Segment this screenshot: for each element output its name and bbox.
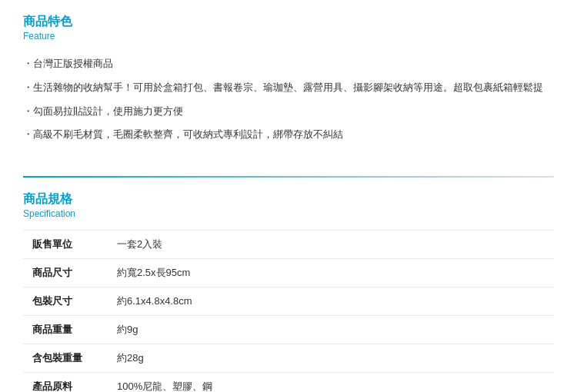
feature-item-1: 台灣正版授權商品 <box>23 52 554 76</box>
spec-label-2: 包裝尺寸 <box>23 287 108 316</box>
spec-label-4: 含包裝重量 <box>23 344 108 373</box>
spec-value-5: 100%尼龍、塑膠、鋼 產品原料通過Oeko-Tex Standard 100認… <box>108 373 554 392</box>
feature-title-en: Feature <box>23 31 554 42</box>
spec-row-2: 包裝尺寸 約6.1x4.8x4.8cm <box>23 287 554 316</box>
feature-item-2: 生活雜物的收納幫手！可用於盒箱打包、書報卷宗、瑜珈墊、露營用具、攝影腳架收納等用… <box>23 76 554 100</box>
spec-value-1: 約寬2.5x長95cm <box>108 259 554 287</box>
specification-section: 商品規格 Specification 販售單位 一套2入裝 商品尺寸 約寬2.5… <box>0 178 577 392</box>
spec-label-3: 商品重量 <box>23 316 108 344</box>
feature-section: 商品特色 Feature 台灣正版授權商品 生活雜物的收納幫手！可用於盒箱打包、… <box>0 0 577 162</box>
spec-value-4: 約28g <box>108 344 554 373</box>
spec-value-0: 一套2入裝 <box>108 231 554 259</box>
spec-title-en: Specification <box>23 208 554 219</box>
spec-value-3: 約9g <box>108 316 554 344</box>
spec-row-5: 產品原料 100%尼龍、塑膠、鋼 產品原料通過Oeko-Tex Standard… <box>23 373 554 392</box>
spec-label-5: 產品原料 <box>23 373 108 392</box>
spec-header: 商品規格 Specification <box>23 191 554 219</box>
spec-value-2: 約6.1x4.8x4.8cm <box>108 287 554 316</box>
spec-label-0: 販售單位 <box>23 231 108 259</box>
spec-row-1: 商品尺寸 約寬2.5x長95cm <box>23 259 554 287</box>
spacer-1 <box>0 162 577 176</box>
feature-item-3: 勾面易拉貼設計，使用施力更方便 <box>23 100 554 124</box>
spec-table: 販售單位 一套2入裝 商品尺寸 約寬2.5x長95cm 包裝尺寸 約6.1x4.… <box>23 230 554 392</box>
feature-title-zh: 商品特色 <box>23 14 554 30</box>
spec-title-zh: 商品規格 <box>23 191 554 208</box>
spec-row-0: 販售單位 一套2入裝 <box>23 231 554 259</box>
page-container: 商品特色 Feature 台灣正版授權商品 生活雜物的收納幫手！可用於盒箱打包、… <box>0 0 577 392</box>
spec-value-5-main: 100%尼龍、塑膠、鋼 <box>117 380 212 392</box>
spec-row-4: 含包裝重量 約28g <box>23 344 554 373</box>
feature-header: 商品特色 Feature <box>23 14 554 42</box>
spec-row-3: 商品重量 約9g <box>23 316 554 344</box>
feature-item-4: 高級不刷毛材質，毛圈柔軟整齊，可收納式專利設計，綁帶存放不糾結 <box>23 123 554 147</box>
spec-label-1: 商品尺寸 <box>23 259 108 287</box>
feature-list: 台灣正版授權商品 生活雜物的收納幫手！可用於盒箱打包、書報卷宗、瑜珈墊、露營用具… <box>23 52 554 147</box>
